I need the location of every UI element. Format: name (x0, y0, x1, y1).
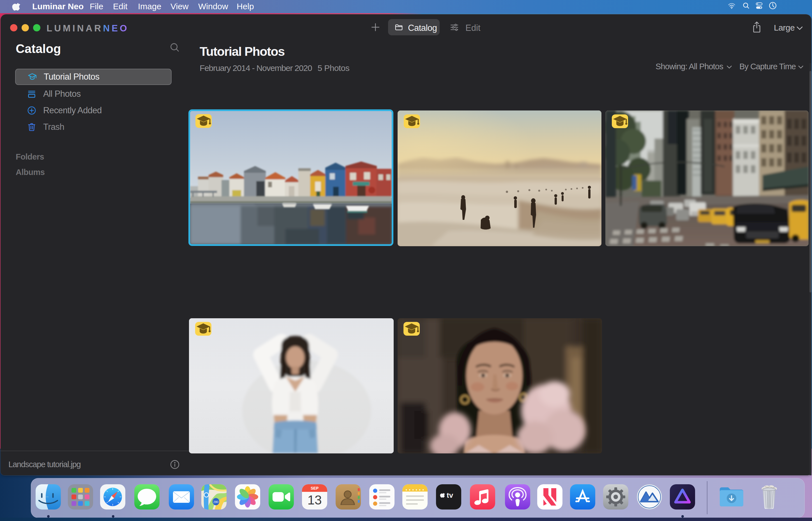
svg-text:13: 13 (307, 493, 322, 507)
svg-text:280: 280 (213, 500, 218, 504)
svg-text:SEP: SEP (311, 486, 319, 491)
svg-text:tv: tv (447, 491, 454, 499)
